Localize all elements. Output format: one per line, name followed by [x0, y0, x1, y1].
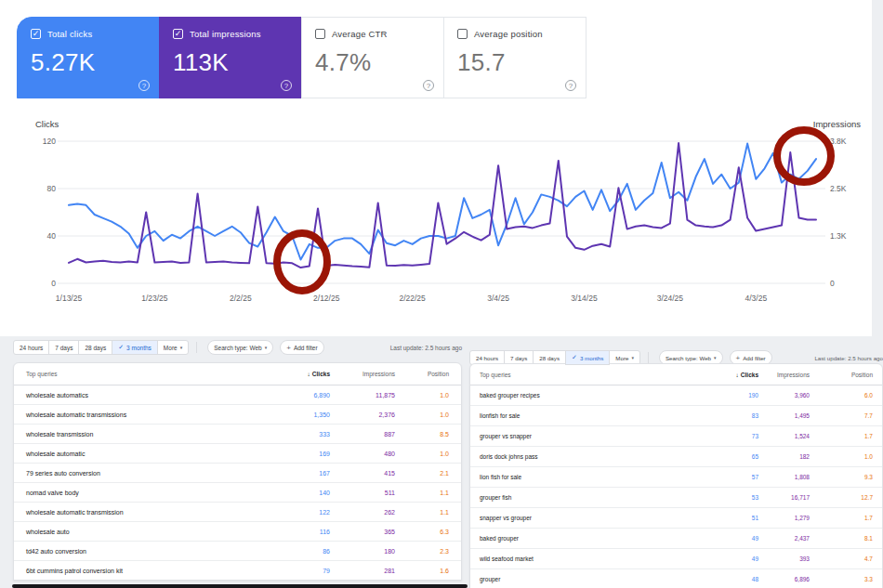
table-row[interactable]: doris dock johns pass 65 182 1.0 — [470, 447, 882, 467]
range-3-months-chip[interactable]: ✓ 3 months — [565, 350, 610, 365]
table-row[interactable]: wholesale automatics 6,890 11,875 1.0 — [14, 385, 461, 405]
position-cell: 1.1 — [395, 509, 449, 516]
metric-cards: ✓ Total clicks 5.27K ? ✓ Total impressio… — [17, 17, 586, 98]
svg-text:2/2/25: 2/2/25 — [230, 294, 252, 303]
svg-text:1.3K: 1.3K — [830, 231, 847, 241]
svg-text:0: 0 — [830, 279, 835, 288]
checkbox-checked-icon[interactable]: ✓ — [173, 29, 183, 39]
divider — [648, 352, 649, 363]
table-body: baked grouper recipes 190 3,960 6.0 lion… — [470, 385, 882, 588]
query-cell[interactable]: td42 auto conversion — [26, 548, 246, 555]
column-position[interactable]: Position — [810, 372, 873, 378]
table-row[interactable]: snapper vs grouper 51 1,279 1.7 — [470, 508, 882, 529]
help-icon[interactable]: ? — [281, 80, 292, 91]
range-3-months-chip[interactable]: ✓ 3 months — [112, 340, 158, 355]
query-cell[interactable]: 79 series auto conversion — [26, 470, 246, 477]
impressions-cell: 1,808 — [758, 474, 810, 480]
position-cell: 2.3 — [395, 548, 449, 555]
position-cell: 1.7 — [810, 433, 873, 439]
add-filter-button[interactable]: + Add filter — [280, 340, 323, 355]
query-cell[interactable]: grouper vs snapper — [480, 433, 684, 439]
range-24-hours-chip[interactable]: 24 hours — [13, 340, 49, 355]
card-total-clicks[interactable]: ✓ Total clicks 5.27K ? — [17, 17, 160, 98]
impressions-cell: 16,717 — [758, 494, 810, 501]
column-impressions[interactable]: Impressions — [330, 371, 395, 377]
search-console-performance-page: ✓ Total clicks 5.27K ? ✓ Total impressio… — [0, 0, 883, 588]
query-cell[interactable]: lion fish for sale — [480, 474, 684, 480]
position-cell: 1.0 — [395, 392, 449, 399]
query-cell[interactable]: 6bt cummins patrol conversion kit — [26, 568, 246, 574]
table-row[interactable]: 79 series auto conversion 167 415 2.1 — [14, 464, 461, 483]
query-cell[interactable]: nomad valve body — [26, 490, 246, 496]
card-total-impressions[interactable]: ✓ Total impressions 113K ? — [159, 17, 302, 98]
table-row[interactable]: lionfish for sale 83 1,495 7.7 — [470, 406, 882, 426]
column-clicks[interactable]: ↓Clicks — [246, 371, 330, 377]
impressions-cell: 1,279 — [758, 515, 810, 521]
performance-line-chart[interactable]: 1203.8K802.5K401.3K00ClicksImpressions1/… — [0, 117, 883, 320]
more-ranges-button[interactable]: More ▾ — [157, 340, 189, 355]
clicks-cell: 167 — [246, 470, 330, 477]
table-header: Top queries ↓Clicks Impressions Position — [470, 364, 882, 385]
column-clicks[interactable]: ↓Clicks — [684, 372, 758, 378]
table-row[interactable]: grouper vs snapper 73 1,524 1.7 — [470, 426, 882, 447]
check-icon: ✓ — [118, 344, 124, 351]
position-cell: 1.0 — [395, 451, 449, 457]
query-cell[interactable]: grouper — [480, 576, 684, 582]
table-row[interactable]: grouper fish 53 16,717 12.7 — [470, 488, 882, 508]
card-average-ctr[interactable]: Average CTR 4.7% ? — [301, 17, 444, 98]
query-cell[interactable]: grouper fish — [480, 494, 684, 501]
query-cell[interactable]: wholesale automatic — [26, 451, 246, 457]
svg-text:3/24/25: 3/24/25 — [657, 294, 684, 303]
top-queries-table-right: Top queries ↓Clicks Impressions Position… — [469, 363, 883, 588]
query-cell[interactable]: wholesale automatic transmission — [26, 509, 246, 516]
caret-down-icon: ▾ — [180, 345, 183, 350]
column-top-queries[interactable]: Top queries — [480, 372, 684, 378]
query-cell[interactable]: lionfish for sale — [480, 412, 684, 419]
table-row[interactable]: wholesale transmission 333 887 8.5 — [14, 425, 461, 444]
table-row[interactable]: lion fish for sale 57 1,808 9.3 — [470, 467, 882, 488]
query-cell[interactable]: doris dock johns pass — [480, 453, 684, 460]
svg-text:3/14/25: 3/14/25 — [571, 294, 598, 303]
top-queries-table-left: Top queries ↓Clicks Impressions Position… — [13, 362, 462, 581]
clicks-cell: 53 — [684, 494, 758, 501]
table-row[interactable]: baked grouper 49 2,437 8.1 — [470, 529, 882, 549]
help-icon[interactable]: ? — [565, 80, 576, 91]
query-cell[interactable]: wholesale transmission — [26, 431, 246, 438]
range-7-days-chip[interactable]: 7 days — [48, 340, 79, 355]
query-cell[interactable]: wholesale automatic transmissions — [26, 412, 246, 418]
column-position[interactable]: Position — [395, 371, 449, 377]
table-row[interactable]: grouper 48 6,896 3.3 — [470, 569, 882, 588]
impressions-cell: 6,896 — [758, 576, 810, 582]
table-row[interactable]: wholesale automatic transmission 122 262… — [14, 503, 461, 522]
table-row[interactable]: wholesale auto 116 365 6.3 — [14, 522, 461, 542]
query-cell[interactable]: snapper vs grouper — [480, 515, 684, 521]
table-row[interactable]: td42 auto conversion 86 180 2.3 — [14, 542, 461, 561]
table-row[interactable]: nomad valve body 140 511 1.1 — [14, 483, 461, 503]
checkbox-unchecked-icon[interactable] — [315, 29, 325, 39]
impressions-cell: 3,960 — [758, 392, 810, 399]
card-average-position[interactable]: Average position 15.7 ? — [443, 17, 586, 98]
query-cell[interactable]: wholesale auto — [26, 529, 246, 535]
table-row[interactable]: wild seafood market 49 393 4.7 — [470, 549, 882, 569]
range-28-days-chip[interactable]: 28 days — [78, 340, 112, 355]
column-impressions[interactable]: Impressions — [758, 372, 810, 378]
impressions-cell: 180 — [330, 548, 395, 555]
impressions-cell: 182 — [758, 453, 810, 460]
query-cell[interactable]: wild seafood market — [480, 555, 684, 562]
svg-text:2/12/25: 2/12/25 — [313, 294, 340, 303]
checkbox-checked-icon[interactable]: ✓ — [31, 29, 41, 39]
search-type-button[interactable]: Search type: Web ▾ — [207, 340, 273, 355]
table-row[interactable]: wholesale automatic 169 480 1.0 — [14, 444, 461, 464]
help-icon[interactable]: ? — [138, 80, 150, 91]
table-row[interactable]: wholesale automatic transmissions 1,350 … — [14, 405, 461, 425]
table-row[interactable]: baked grouper recipes 190 3,960 6.0 — [470, 385, 882, 406]
help-icon[interactable]: ? — [423, 80, 434, 91]
position-cell: 8.1 — [810, 535, 873, 542]
query-cell[interactable]: baked grouper — [480, 535, 684, 542]
clicks-cell: 190 — [684, 392, 758, 399]
query-cell[interactable]: baked grouper recipes — [480, 392, 684, 399]
query-cell[interactable]: wholesale automatics — [26, 392, 246, 399]
table-row[interactable]: 6bt cummins patrol conversion kit 79 281… — [14, 561, 461, 581]
checkbox-unchecked-icon[interactable] — [457, 29, 468, 39]
column-top-queries[interactable]: Top queries — [26, 371, 246, 377]
